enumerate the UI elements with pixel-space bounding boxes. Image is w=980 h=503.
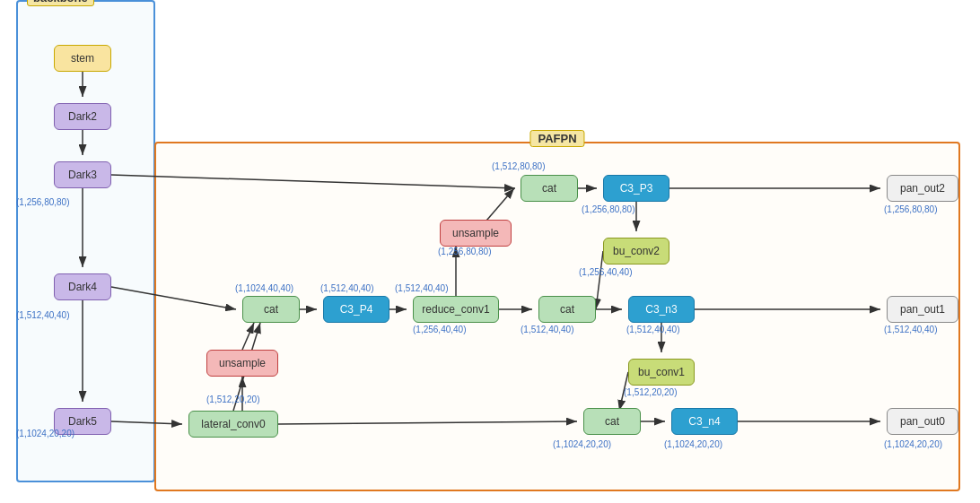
cat-mid2-node: cat bbox=[538, 296, 596, 323]
bu-conv2-dim: (1,256,40,40) bbox=[579, 267, 633, 277]
pan-out1-node: pan_out1 bbox=[887, 296, 958, 323]
pan-out0-node: pan_out0 bbox=[887, 408, 958, 435]
unsample-bottom-node: unsample bbox=[206, 350, 278, 377]
pan-out2-node: pan_out2 bbox=[887, 175, 958, 202]
cat-bottom-dim: (1,1024,20,20) bbox=[553, 439, 611, 449]
pan-out1-dim: (1,512,40,40) bbox=[884, 325, 938, 334]
dark2-node: Dark2 bbox=[54, 103, 111, 130]
cat-middle-node: cat bbox=[242, 296, 300, 323]
bu-conv2-node: bu_conv2 bbox=[603, 238, 669, 265]
dark3-node: Dark3 bbox=[54, 161, 111, 188]
pan-out2-dim: (1,256,80,80) bbox=[884, 204, 938, 214]
reduce-conv1-node: reduce_conv1 bbox=[413, 296, 499, 323]
unsample-top-dim: (1,256,80,80) bbox=[438, 247, 492, 256]
cat-top-node: cat bbox=[521, 175, 578, 202]
dark3-dim: (1,256,80,80) bbox=[16, 197, 70, 207]
cat-top-dim: (1,512,80,80) bbox=[492, 161, 546, 171]
bu-conv1-dim: (1,512,20,20) bbox=[624, 387, 678, 397]
c3p3-node: C3_P3 bbox=[603, 175, 669, 202]
c3n4-dim: (1,1024,20,20) bbox=[664, 439, 722, 449]
c3n3-node: C3_n3 bbox=[628, 296, 695, 323]
reduce-conv1-out-dim: (1,256,40,40) bbox=[413, 325, 467, 334]
lateral-conv0-dim: (1,512,20,20) bbox=[206, 395, 260, 404]
c3p4-dim: (1,512,40,40) bbox=[320, 283, 374, 293]
c3p3-out-dim: (1,256,80,80) bbox=[582, 204, 635, 214]
backbone-label: backbone bbox=[27, 0, 94, 6]
c3n4-node: C3_n4 bbox=[671, 408, 738, 435]
pafpn-label: PAFPN bbox=[529, 130, 584, 147]
dark4-node: Dark4 bbox=[54, 273, 111, 300]
c3n3-dim: (1,512,40,40) bbox=[626, 325, 680, 334]
dark5-dim: (1,1024,20,20) bbox=[16, 429, 74, 438]
diagram: backbone PAFPN bbox=[0, 0, 980, 503]
cat-bottom-node: cat bbox=[583, 408, 641, 435]
lateral-conv0-node: lateral_conv0 bbox=[188, 411, 278, 438]
reduce-conv1-in-dim: (1,512,40,40) bbox=[395, 283, 449, 293]
pan-out0-dim: (1,1024,20,20) bbox=[884, 439, 942, 449]
dark4-dim: (1,512,40,40) bbox=[16, 310, 70, 320]
stem-node: stem bbox=[54, 45, 111, 72]
cat-middle-dim: (1,1024,40,40) bbox=[235, 283, 293, 293]
c3p4-node: C3_P4 bbox=[323, 296, 389, 323]
unsample-top-node: unsample bbox=[440, 220, 512, 247]
cat-mid2-dim: (1,512,40,40) bbox=[521, 325, 574, 334]
bu-conv1-node: bu_conv1 bbox=[628, 359, 695, 386]
